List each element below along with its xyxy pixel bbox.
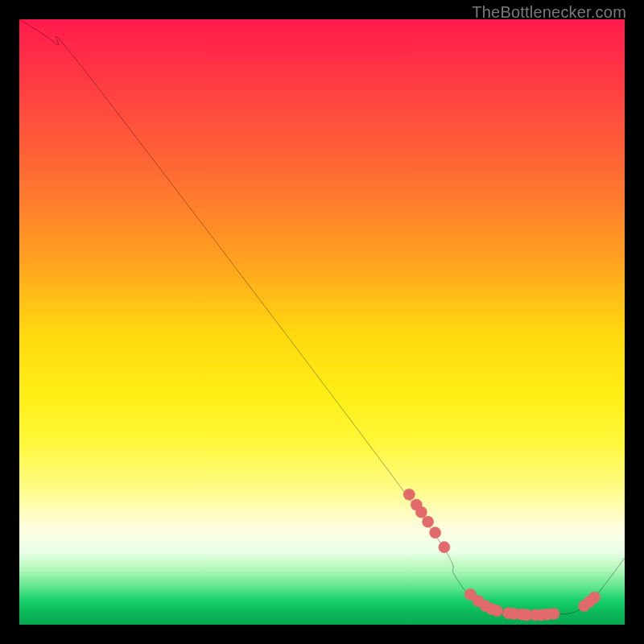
data-marker <box>588 592 600 603</box>
data-marker <box>415 506 427 518</box>
main-curve <box>19 19 625 615</box>
markers-layer <box>403 489 600 621</box>
watermark-text: TheBottlenecker.com <box>472 3 626 22</box>
data-marker <box>491 605 502 617</box>
data-marker <box>429 527 440 539</box>
plot-area <box>19 19 625 625</box>
chart-frame: TheBottlenecker.com <box>0 0 644 644</box>
data-marker <box>403 489 415 500</box>
chart-svg <box>19 19 625 625</box>
data-marker <box>439 542 450 553</box>
curve-layer <box>19 19 625 615</box>
data-marker <box>422 516 433 527</box>
data-marker <box>548 608 559 619</box>
